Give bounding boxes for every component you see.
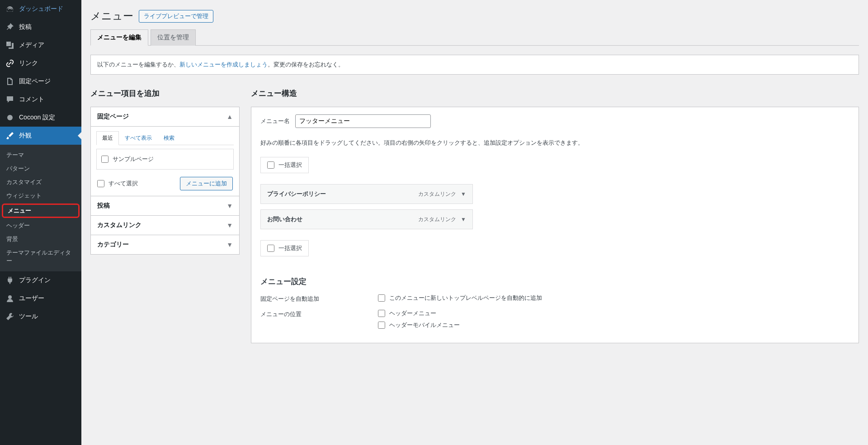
location-option-text: ヘッダーメニュー <box>389 309 436 317</box>
add-to-menu-button[interactable]: メニューに追加 <box>180 177 233 190</box>
user-icon <box>5 294 14 303</box>
location-option-text: ヘッダーモバイルメニュー <box>389 321 460 329</box>
sidebar-item-pages[interactable]: 固定ページ <box>0 72 81 90</box>
auto-add-label: 固定ページを自動追加 <box>260 294 378 303</box>
chevron-down-icon[interactable]: ▼ <box>461 191 466 197</box>
menu-item-handle[interactable]: お問い合わせ カスタムリンク ▼ <box>260 209 473 229</box>
menu-editor: メニュー項目を追加 固定ページ ▲ 最近 すべて表示 検索 サンプル <box>90 88 859 343</box>
metabox-custom-title: カスタムリンク <box>97 221 142 229</box>
menu-item-handle[interactable]: プライバシーポリシー カスタムリンク ▼ <box>260 184 473 204</box>
bulk-select-checkbox[interactable] <box>267 245 274 252</box>
metabox-posts-title: 投稿 <box>97 202 110 210</box>
wrench-icon <box>5 312 14 321</box>
chevron-down-icon: ▼ <box>226 241 233 248</box>
sidebar-item-media[interactable]: メディア <box>0 36 81 54</box>
locations-label: メニューの位置 <box>260 309 378 318</box>
sidebar-item-label: 投稿 <box>19 23 32 31</box>
select-all-checkbox[interactable] <box>97 180 104 187</box>
menu-structure-box: メニュー名 好みの順番に各項目をドラッグしてください。項目の右側の矢印をクリック… <box>251 107 859 343</box>
menu-item-title: プライバシーポリシー <box>267 190 326 198</box>
sidebar-item-dashboard[interactable]: ダッシュボード <box>0 0 81 18</box>
sidebar-item-plugins[interactable]: プラグイン <box>0 271 81 289</box>
sidebar-item-comments[interactable]: コメント <box>0 90 81 109</box>
metabox-categories-title: カテゴリー <box>97 241 129 249</box>
nav-tabs: メニューを編集 位置を管理 <box>90 29 859 46</box>
submenu-item-patterns[interactable]: パターン <box>0 162 81 175</box>
sidebar-item-label: ダッシュボード <box>19 5 63 13</box>
metabox-custom-header[interactable]: カスタムリンク ▼ <box>91 216 239 235</box>
metabox-posts-header[interactable]: 投稿 ▼ <box>91 196 239 215</box>
auto-add-option[interactable]: このメニューに新しいトップレベルページを自動的に追加 <box>378 294 542 302</box>
page-item-checkbox[interactable] <box>101 156 108 163</box>
media-icon <box>5 41 14 50</box>
pages-checklist: サンプルページ <box>96 149 234 170</box>
menu-settings-title: メニュー設定 <box>260 276 849 287</box>
submenu-item-themes[interactable]: テーマ <box>0 148 81 162</box>
pages-footer: すべて選択 メニューに追加 <box>96 175 234 191</box>
pages-inner-tabs: 最近 すべて表示 検索 <box>96 131 234 145</box>
appearance-submenu: テーマ パターン カスタマイズ ウィジェット メニュー ヘッダー 背景 テーマフ… <box>0 145 81 271</box>
metabox-categories-header[interactable]: カテゴリー ▼ <box>91 235 239 254</box>
location-header-mobile-menu[interactable]: ヘッダーモバイルメニュー <box>378 321 460 329</box>
sidebar-item-appearance[interactable]: 外観 <box>0 127 81 145</box>
location-header-menu[interactable]: ヘッダーメニュー <box>378 309 460 317</box>
tab-manage-locations[interactable]: 位置を管理 <box>151 29 196 46</box>
bulk-select-bottom[interactable]: 一括選択 <box>260 240 309 256</box>
tab-view-all[interactable]: すべて表示 <box>119 131 158 145</box>
sidebar-item-label: Cocoon 設定 <box>19 114 55 122</box>
sidebar-item-cocoon[interactable]: Cocoon 設定 <box>0 109 81 127</box>
auto-add-row: 固定ページを自動追加 このメニューに新しいトップレベルページを自動的に追加 <box>260 294 849 303</box>
menu-item-meta: カスタムリンク ▼ <box>418 216 466 223</box>
menu-name-row: メニュー名 <box>260 114 849 128</box>
chevron-down-icon: ▼ <box>226 202 233 209</box>
add-items-column: メニュー項目を追加 固定ページ ▲ 最近 すべて表示 検索 サンプル <box>90 88 240 343</box>
menu-structure-column: メニュー構造 メニュー名 好みの順番に各項目をドラッグしてください。項目の右側の… <box>251 88 859 343</box>
drag-instructions: 好みの順番に各項目をドラッグしてください。項目の右側の矢印をクリックすると、追加… <box>260 139 849 147</box>
sidebar-item-links[interactable]: リンク <box>0 54 81 72</box>
sidebar-item-posts[interactable]: 投稿 <box>0 18 81 36</box>
menu-item-meta: カスタムリンク ▼ <box>418 190 466 198</box>
metabox-pages-header[interactable]: 固定ページ ▲ <box>91 107 239 126</box>
location-checkbox[interactable] <box>378 322 385 329</box>
location-checkbox[interactable] <box>378 310 385 317</box>
metabox-posts: 投稿 ▼ <box>90 196 240 216</box>
link-icon <box>5 59 14 68</box>
submenu-item-customize[interactable]: カスタマイズ <box>0 175 81 189</box>
metabox-custom-links: カスタムリンク ▼ <box>90 216 240 235</box>
bulk-select-label: 一括選択 <box>278 244 302 252</box>
tab-search[interactable]: 検索 <box>158 131 180 145</box>
tab-recent[interactable]: 最近 <box>96 131 119 145</box>
pin-icon <box>5 23 14 32</box>
sidebar-item-label: ユーザー <box>19 294 44 303</box>
submenu-item-widgets[interactable]: ウィジェット <box>0 189 81 203</box>
menu-item-type: カスタムリンク <box>418 190 456 198</box>
comment-icon <box>5 95 14 104</box>
chevron-down-icon[interactable]: ▼ <box>461 216 466 222</box>
svg-point-2 <box>8 295 12 299</box>
auto-add-checkbox[interactable] <box>378 294 385 302</box>
bulk-select-top[interactable]: 一括選択 <box>260 157 309 173</box>
menu-item-title: お問い合わせ <box>267 215 302 223</box>
sidebar-item-label: ツール <box>19 312 38 321</box>
submenu-item-background[interactable]: 背景 <box>0 232 81 246</box>
metabox-categories: カテゴリー ▼ <box>90 235 240 255</box>
submenu-item-header[interactable]: ヘッダー <box>0 219 81 232</box>
sidebar-item-label: プラグイン <box>19 276 51 284</box>
svg-point-1 <box>7 115 13 120</box>
sidebar-item-label: 固定ページ <box>19 77 51 85</box>
edit-notice: 以下のメニューを編集するか、新しいメニューを作成しましょう。変更の保存をお忘れな… <box>90 55 859 75</box>
menu-name-input[interactable] <box>295 114 431 128</box>
live-preview-button[interactable]: ライブプレビューで管理 <box>139 10 213 23</box>
sidebar-item-users[interactable]: ユーザー <box>0 289 81 308</box>
sidebar-item-tools[interactable]: ツール <box>0 308 81 326</box>
create-new-menu-link[interactable]: 新しいメニューを作成しましょう <box>179 61 268 68</box>
notice-text-before: 以下のメニューを編集するか、 <box>97 61 179 68</box>
submenu-item-theme-file-editor[interactable]: テーマファイルエディター <box>0 246 81 268</box>
page-item-sample[interactable]: サンプルページ <box>101 154 229 165</box>
select-all-pages[interactable]: すべて選択 <box>97 178 138 189</box>
menu-structure-title: メニュー構造 <box>251 88 859 99</box>
tab-edit-menus[interactable]: メニューを編集 <box>90 29 148 46</box>
submenu-item-menus[interactable]: メニュー <box>2 204 80 218</box>
bulk-select-checkbox[interactable] <box>267 161 274 169</box>
sidebar-item-label: メディア <box>19 41 44 49</box>
